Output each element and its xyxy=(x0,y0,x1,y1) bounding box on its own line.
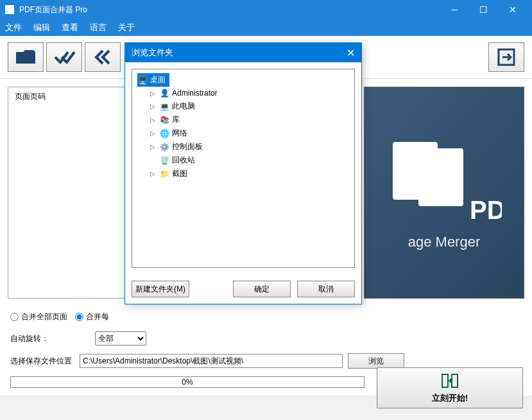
autorotate-select[interactable]: 全部 xyxy=(95,331,146,346)
menu-edit[interactable]: 编辑 xyxy=(33,22,50,33)
logo-panel: PDF age Merger xyxy=(364,87,524,299)
tree-root-desktop[interactable]: 🖥️ 桌面 xyxy=(137,73,169,87)
title-bar: PDF页面合并器 Pro ─ ☐ ✕ xyxy=(0,0,532,19)
dialog-body: 🖥️ 桌面 ▷ 👤 Administrator ▷ 💻 此电脑 ▷ 📚 xyxy=(125,62,361,274)
network-icon: 🌐 xyxy=(159,128,169,139)
export-icon xyxy=(495,46,518,69)
tree-item-network[interactable]: ▷ 🌐 网络 xyxy=(149,127,349,140)
ok-button[interactable]: 确定 xyxy=(233,281,291,297)
dialog-close-button[interactable]: ✕ xyxy=(347,47,355,59)
merge-all-radio[interactable] xyxy=(10,313,19,321)
expand-arrow-icon[interactable]: ▷ xyxy=(149,130,157,137)
menu-view[interactable]: 查看 xyxy=(62,22,78,33)
expand-arrow-icon[interactable]: ▷ xyxy=(149,116,157,123)
menu-bar: 文件 编辑 查看 语言 关于 xyxy=(0,19,532,36)
progress-bar: 0% xyxy=(10,376,365,388)
tree-item-recycle-bin[interactable]: ▷ 🗑️ 回收站 xyxy=(149,153,349,167)
window-title: PDF页面合并器 Pro xyxy=(19,4,440,15)
app-icon xyxy=(5,5,14,14)
save-path-input[interactable] xyxy=(80,354,343,368)
tree-item-screenshots[interactable]: ▷ 📁 截图 xyxy=(149,167,349,180)
recycle-bin-icon: 🗑️ xyxy=(159,155,169,166)
folder-icon: 📁 xyxy=(159,169,169,179)
export-button[interactable] xyxy=(488,42,524,72)
merge-each-option[interactable]: 合并每 xyxy=(75,311,109,322)
check-all-button[interactable] xyxy=(46,42,82,72)
tree-item-control-panel[interactable]: ▷ ⚙️ 控制面板 xyxy=(149,140,349,153)
tree-item-libraries[interactable]: ▷ 📚 库 xyxy=(149,113,349,127)
user-icon: 👤 xyxy=(159,88,169,98)
browse-folder-dialog: 浏览文件夹 ✕ 🖥️ 桌面 ▷ 👤 Administrator ▷ 💻 xyxy=(124,42,362,304)
autorotate-row: 自动旋转： 全部 xyxy=(0,328,532,349)
menu-about[interactable]: 关于 xyxy=(118,22,135,33)
start-button[interactable]: 立刻开始! xyxy=(377,367,523,408)
expand-arrow-icon[interactable]: ▷ xyxy=(149,143,157,150)
svg-rect-4 xyxy=(442,374,448,387)
expand-arrow-icon[interactable]: ▷ xyxy=(149,170,157,177)
dialog-titlebar[interactable]: 浏览文件夹 ✕ xyxy=(125,43,361,62)
dialog-title-text: 浏览文件夹 xyxy=(132,47,173,58)
merge-all-option[interactable]: 合并全部页面 xyxy=(10,311,67,322)
dialog-button-row: 新建文件夹(M) 确定 取消 xyxy=(125,274,361,304)
menu-file[interactable]: 文件 xyxy=(5,22,22,33)
expand-arrow-icon[interactable]: ▷ xyxy=(149,90,157,97)
control-panel-icon: ⚙️ xyxy=(159,142,169,152)
merge-each-radio[interactable] xyxy=(75,313,83,321)
folder-tree[interactable]: 🖥️ 桌面 ▷ 👤 Administrator ▷ 💻 此电脑 ▷ 📚 xyxy=(132,69,355,268)
tree-item-this-pc[interactable]: ▷ 💻 此电脑 xyxy=(149,100,349,113)
autorotate-label: 自动旋转： xyxy=(10,333,87,344)
svg-rect-2 xyxy=(418,148,463,206)
merge-options-row: 合并全部页面 合并每 xyxy=(0,306,532,328)
minimize-button[interactable]: ─ xyxy=(440,0,469,19)
open-folder-button[interactable] xyxy=(8,42,44,72)
cancel-button[interactable]: 取消 xyxy=(297,281,355,297)
close-button[interactable]: ✕ xyxy=(498,0,527,19)
double-arrow-left-icon xyxy=(91,46,114,69)
expand-arrow-icon[interactable]: ▷ xyxy=(149,103,157,110)
menu-language[interactable]: 语言 xyxy=(90,22,107,33)
library-icon: 📚 xyxy=(159,115,169,125)
double-check-icon xyxy=(53,46,76,69)
back-button[interactable] xyxy=(85,42,121,72)
svg-text:PDF: PDF xyxy=(470,196,502,224)
save-path-label: 选择保存文件位置 xyxy=(10,356,74,367)
maximize-button[interactable]: ☐ xyxy=(469,0,498,19)
new-folder-button[interactable]: 新建文件夹(M) xyxy=(132,281,189,297)
start-icon xyxy=(441,372,459,390)
folder-open-icon xyxy=(14,46,37,69)
computer-icon: 💻 xyxy=(159,101,169,112)
browse-button[interactable]: 浏览 xyxy=(348,353,404,369)
desktop-icon: 🖥️ xyxy=(137,75,148,85)
pdf-document-icon: PDF xyxy=(386,136,502,232)
logo-subtitle: age Merger xyxy=(408,234,481,250)
tree-item-administrator[interactable]: ▷ 👤 Administrator xyxy=(149,87,349,100)
